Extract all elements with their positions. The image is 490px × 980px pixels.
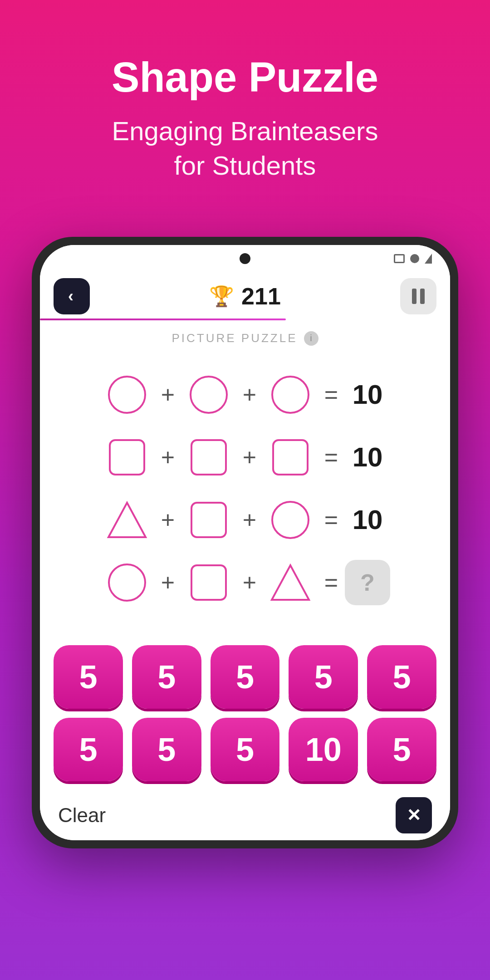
num-btn-5-2[interactable]: 5 <box>132 645 201 709</box>
score-area: 🏆 211 <box>209 283 281 310</box>
puzzle-row-3: + + = 10 <box>58 493 432 547</box>
pause-button[interactable] <box>400 278 436 314</box>
svg-rect-10 <box>191 565 226 600</box>
result-3: 10 <box>345 504 390 535</box>
svg-marker-6 <box>108 503 146 537</box>
op-plus-3: + <box>154 444 181 471</box>
shape-square-3 <box>263 432 318 482</box>
shape-circle-3 <box>263 370 318 420</box>
equals-3: = <box>318 506 345 534</box>
op-plus-5: + <box>154 506 181 534</box>
num-btn-5-5[interactable]: 5 <box>367 645 436 709</box>
top-nav: ‹ 🏆 211 <box>40 272 450 322</box>
info-icon[interactable]: i <box>304 331 318 346</box>
op-plus-4: + <box>236 444 263 471</box>
status-bar <box>40 245 450 272</box>
num-btn-5-7[interactable]: 5 <box>132 718 201 781</box>
num-btn-5-3[interactable]: 5 <box>211 645 280 709</box>
svg-rect-7 <box>191 503 226 537</box>
signal-icon <box>425 254 432 264</box>
app-title: Shape Puzzle <box>112 54 378 100</box>
svg-point-2 <box>272 377 309 413</box>
clear-button[interactable]: Clear <box>58 804 106 827</box>
delete-button[interactable]: ✕ <box>396 797 432 833</box>
shape-square-5 <box>181 558 236 608</box>
op-plus-1: + <box>154 381 181 408</box>
shape-circle-4 <box>263 495 318 545</box>
app-subtitle: Engaging Brainteasersfor Students <box>112 114 378 182</box>
svg-rect-5 <box>273 440 308 475</box>
shape-circle-5 <box>100 558 154 608</box>
shape-square-1 <box>100 432 154 482</box>
shape-square-4 <box>181 495 236 545</box>
shape-square-2 <box>181 432 236 482</box>
delete-icon: ✕ <box>407 805 421 825</box>
num-btn-5-8[interactable]: 5 <box>211 718 280 781</box>
op-plus-7: + <box>154 569 181 596</box>
op-plus-2: + <box>236 381 263 408</box>
op-plus-8: + <box>236 569 263 596</box>
puzzle-area: + + = 10 <box>40 350 450 632</box>
answer-button[interactable]: ? <box>345 560 390 605</box>
svg-point-1 <box>191 377 227 413</box>
svg-point-8 <box>272 502 309 538</box>
wifi-icon <box>410 254 419 263</box>
svg-point-0 <box>109 377 145 413</box>
camera-notch <box>240 253 250 264</box>
num-btn-5-9[interactable]: 5 <box>367 718 436 781</box>
shape-triangle-2 <box>263 558 318 608</box>
phone-mockup: ‹ 🏆 211 PICTURE PUZZLE i <box>32 237 458 980</box>
svg-rect-3 <box>110 440 144 475</box>
score-value: 211 <box>241 283 281 310</box>
op-plus-6: + <box>236 506 263 534</box>
equals-1: = <box>318 381 345 408</box>
num-btn-5-1[interactable]: 5 <box>54 645 123 709</box>
puzzle-row-4: + + = ? <box>58 555 432 610</box>
num-btn-10-1[interactable]: 10 <box>289 718 358 781</box>
result-2: 10 <box>345 441 390 473</box>
puzzle-label-bar: PICTURE PUZZLE i <box>40 322 450 350</box>
bottom-bar: Clear ✕ <box>40 790 450 840</box>
num-btn-5-6[interactable]: 5 <box>54 718 123 781</box>
num-btn-5-4[interactable]: 5 <box>289 645 358 709</box>
shape-circle-2 <box>181 370 236 420</box>
puzzle-row-2: + + = 10 <box>58 430 432 485</box>
trophy-icon: 🏆 <box>209 284 234 308</box>
back-arrow-icon: ‹ <box>68 287 74 306</box>
svg-marker-11 <box>272 565 309 600</box>
svg-rect-4 <box>191 440 226 475</box>
pause-icon <box>412 289 425 304</box>
shape-triangle-1 <box>100 495 154 545</box>
back-button[interactable]: ‹ <box>54 278 90 314</box>
number-pad: 5 5 5 5 5 5 5 5 10 5 <box>40 632 450 790</box>
shape-circle-1 <box>100 370 154 420</box>
puzzle-label-text: PICTURE PUZZLE <box>172 331 297 345</box>
equals-4: = <box>318 569 345 596</box>
equals-2: = <box>318 444 345 471</box>
battery-icon <box>394 254 405 263</box>
puzzle-row-1: + + = 10 <box>58 368 432 422</box>
result-1: 10 <box>345 379 390 410</box>
svg-point-9 <box>109 564 145 601</box>
